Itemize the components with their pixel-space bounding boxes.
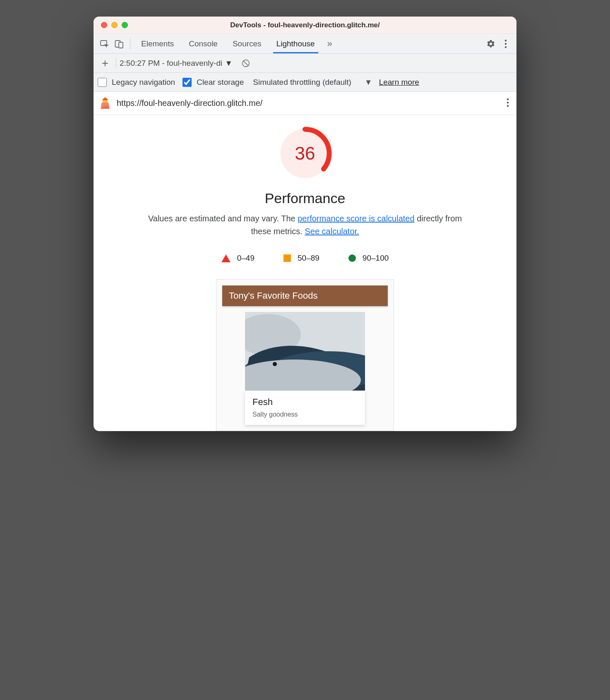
category-title: Performance [108, 190, 502, 206]
tab-console[interactable]: Console [181, 34, 225, 53]
legend-label: 0–49 [237, 254, 255, 263]
report-header: https://foul-heavenly-direction.glitch.m… [94, 92, 516, 115]
tab-label: Sources [233, 39, 262, 48]
tab-lighthouse[interactable]: Lighthouse [269, 34, 322, 53]
window-zoom[interactable] [122, 22, 128, 28]
preview-item-sub: Salty goodness [252, 411, 358, 418]
legacy-navigation-option[interactable]: Legacy navigation [98, 78, 175, 87]
learn-more-link[interactable]: Learn more [379, 78, 419, 87]
tab-elements[interactable]: Elements [134, 34, 181, 53]
circle-icon [348, 254, 356, 262]
report-url: https://foul-heavenly-direction.glitch.m… [117, 98, 262, 108]
clear-storage-option[interactable]: Clear storage [183, 78, 244, 87]
legend-avg: 50–89 [283, 254, 319, 263]
category-description: Values are estimated and may vary. The p… [144, 212, 466, 238]
score-gauge: 36 [278, 127, 332, 180]
report-select[interactable]: 2:50:27 PM - foul-heavenly-di ▼ [120, 59, 233, 68]
legacy-navigation-checkbox[interactable] [98, 78, 107, 87]
settings-icon[interactable] [483, 36, 498, 51]
svg-point-12 [507, 98, 509, 100]
kebab-menu-icon[interactable] [498, 36, 513, 51]
tab-sources[interactable]: Sources [225, 34, 269, 53]
page-screenshot: Tony's Favorite Foods Fesh Salty goodnes… [216, 279, 394, 431]
svg-point-5 [505, 46, 507, 48]
traffic-lights [101, 22, 128, 28]
window-title: DevTools - foul-heavenly-direction.glitc… [94, 21, 516, 29]
inspect-icon[interactable] [97, 36, 112, 51]
svg-rect-9 [103, 100, 108, 103]
svg-marker-8 [102, 97, 108, 100]
tabs-overflow-icon[interactable]: » [322, 36, 337, 51]
triangle-icon [221, 254, 231, 262]
square-icon [283, 254, 291, 262]
svg-point-14 [507, 105, 509, 107]
svg-point-21 [273, 362, 277, 366]
lighthouse-toolbar: + 2:50:27 PM - foul-heavenly-di ▼ [94, 54, 516, 73]
window-close[interactable] [101, 22, 107, 28]
legend-label: 90–100 [363, 254, 389, 263]
lighthouse-options: Legacy navigation Clear storage Simulate… [94, 73, 516, 92]
lighthouse-logo-icon [99, 96, 111, 110]
new-report-icon[interactable]: + [98, 56, 113, 71]
devtools-tabstrip: Elements Console Sources Lighthouse » [94, 34, 516, 54]
clear-storage-checkbox[interactable] [183, 78, 192, 87]
devtools-window: DevTools - foul-heavenly-direction.glitc… [94, 17, 516, 431]
preview-item-card: Fesh Salty goodness [245, 391, 365, 425]
legend-good: 90–100 [348, 254, 389, 263]
legend-label: 50–89 [298, 254, 319, 263]
clear-storage-label: Clear storage [197, 78, 244, 87]
chevron-down-icon: ▼ [365, 78, 372, 87]
tab-label: Console [189, 39, 218, 48]
tab-label: Lighthouse [276, 39, 315, 48]
throttling-label: Simulated throttling (default) [253, 78, 351, 87]
score-value: 36 [278, 127, 332, 180]
lighthouse-report: 36 Performance Values are estimated and … [94, 115, 516, 431]
svg-rect-2 [119, 42, 123, 48]
clear-report-icon[interactable] [238, 56, 253, 71]
window-titlebar: DevTools - foul-heavenly-direction.glitc… [94, 17, 516, 34]
preview-item-title: Fesh [252, 397, 358, 408]
window-minimize[interactable] [111, 22, 118, 28]
tab-label: Elements [141, 39, 174, 48]
perf-score-link[interactable]: performance score is calculated [298, 214, 414, 223]
desc-text: Values are estimated and may vary. The [148, 214, 298, 223]
report-menu-icon[interactable] [507, 98, 509, 109]
throttling-select[interactable]: Simulated throttling (default) [253, 78, 351, 87]
svg-point-3 [505, 39, 507, 41]
svg-point-13 [507, 101, 509, 103]
device-toggle-icon[interactable] [112, 36, 127, 51]
svg-point-4 [505, 43, 507, 44]
legacy-navigation-label: Legacy navigation [112, 78, 175, 87]
chevron-down-icon: ▼ [225, 59, 233, 68]
svg-line-7 [244, 61, 248, 65]
score-legend: 0–49 50–89 90–100 [108, 254, 502, 263]
report-select-label: 2:50:27 PM - foul-heavenly-di [120, 59, 222, 68]
preview-photo [245, 312, 365, 391]
preview-header: Tony's Favorite Foods [222, 285, 388, 306]
legend-bad: 0–49 [221, 254, 255, 263]
see-calculator-link[interactable]: See calculator. [305, 227, 359, 236]
